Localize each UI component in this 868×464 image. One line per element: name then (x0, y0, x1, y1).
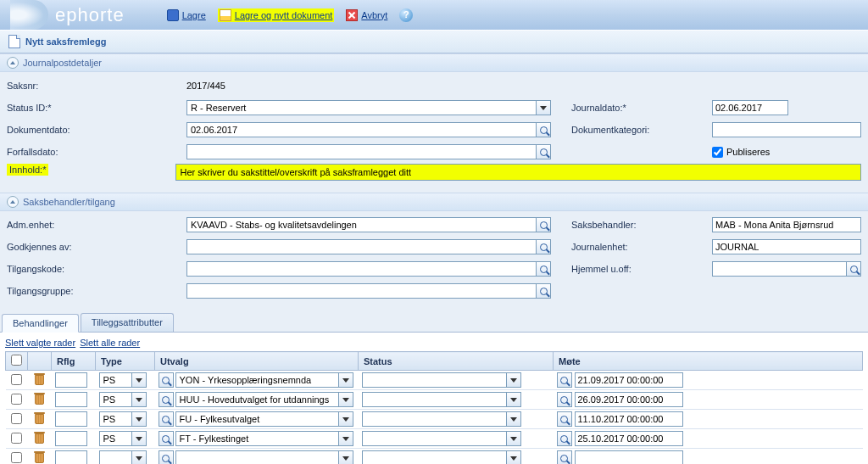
mote-value[interactable]: 26.09.2017 00:00:00 (575, 392, 683, 407)
utvalg-dropdown-button[interactable] (338, 450, 353, 464)
utvalg-lookup-button[interactable] (159, 450, 174, 464)
type-dropdown-button[interactable] (131, 450, 147, 464)
mote-value[interactable] (575, 450, 683, 464)
rflg-input[interactable] (55, 431, 87, 446)
trash-icon[interactable] (34, 412, 45, 424)
mote-lookup-button[interactable] (557, 431, 572, 446)
mote-lookup-button[interactable] (557, 450, 572, 464)
tab-tillegg[interactable]: Tilleggsattributter (81, 313, 174, 332)
status-dropdown-button[interactable] (506, 411, 521, 427)
row-select-checkbox[interactable] (11, 413, 22, 424)
forfall-lookup-button[interactable] (536, 144, 551, 159)
admenhet-lookup-button[interactable] (536, 217, 551, 232)
brand-swirl (10, 0, 48, 30)
journalenhet-input[interactable] (712, 239, 861, 254)
mote-value[interactable]: 25.10.2017 00:00:00 (575, 431, 683, 446)
rflg-input[interactable] (55, 372, 87, 388)
row-select-checkbox[interactable] (11, 452, 22, 463)
row-select-checkbox[interactable] (11, 394, 22, 405)
grid-area: Slett valgte rader Slett alle rader Rflg… (0, 333, 868, 464)
status-select[interactable] (362, 450, 506, 464)
utvalg-dropdown-button[interactable] (338, 411, 353, 427)
utvalg-lookup-button[interactable] (159, 411, 174, 427)
status-dropdown-button[interactable] (506, 392, 521, 407)
type-dropdown-button[interactable] (131, 372, 147, 388)
hjemmel-lookup-button[interactable] (846, 261, 861, 277)
mote-lookup-button[interactable] (557, 372, 572, 388)
saksbehandler-input[interactable] (712, 217, 861, 232)
trash-icon[interactable] (34, 451, 45, 463)
status-id-dropdown-button[interactable] (536, 100, 551, 115)
trash-icon[interactable] (34, 373, 45, 385)
dokkat-input[interactable] (712, 122, 861, 137)
utvalg-select[interactable]: HUU - Hovedutvalget for utdannings (175, 392, 338, 407)
type-select[interactable]: PS (99, 411, 131, 427)
utvalg-select[interactable]: YON - Yrkesopplæringsnemnda (175, 372, 338, 388)
godkjennes-input[interactable] (186, 239, 536, 254)
mote-value[interactable]: 11.10.2017 00:00:00 (575, 411, 683, 427)
godkjennes-lookup-button[interactable] (536, 239, 551, 254)
utvalg-dropdown-button[interactable] (338, 431, 353, 446)
section-journal-header[interactable]: Journalpostdetaljer (0, 53, 868, 72)
journaldato-input[interactable] (712, 100, 788, 115)
status-select[interactable] (362, 372, 506, 388)
utvalg-lookup-button[interactable] (159, 372, 174, 388)
status-select[interactable] (362, 392, 506, 407)
chevron-up-icon (7, 57, 19, 69)
rflg-input[interactable] (55, 450, 87, 464)
cancel-button[interactable]: Avbryt (346, 9, 387, 21)
mote-value[interactable]: 21.09.2017 00:00:00 (575, 372, 683, 388)
mote-lookup-button[interactable] (557, 392, 572, 407)
status-dropdown-button[interactable] (506, 450, 521, 464)
status-select[interactable] (362, 411, 506, 427)
type-select[interactable]: PS (99, 392, 131, 407)
dokdato-input[interactable]: 02.06.2017 (186, 122, 536, 137)
rflg-input[interactable] (55, 411, 87, 427)
section-access-header[interactable]: Saksbehandler/tilgang (0, 193, 868, 211)
save-new-button[interactable]: Lagre og nytt dokument (218, 8, 335, 22)
publiseres-checkbox[interactable] (712, 147, 723, 158)
utvalg-select[interactable]: FU - Fylkesutvalget (175, 411, 338, 427)
tilgangsgruppe-input[interactable] (186, 283, 536, 299)
chevron-down-icon (510, 398, 517, 402)
innhold-input[interactable] (175, 164, 861, 181)
tilgangskode-input[interactable] (186, 261, 536, 277)
trash-icon[interactable] (34, 393, 45, 405)
utvalg-dropdown-button[interactable] (338, 392, 353, 407)
mote-lookup-button[interactable] (557, 411, 572, 427)
type-dropdown-button[interactable] (131, 431, 147, 446)
label-tilgangsgruppe: Tilgangsgruppe: (7, 286, 186, 296)
rflg-input[interactable] (55, 392, 87, 407)
label-tilgangskode: Tilgangskode: (7, 264, 186, 274)
type-select[interactable]: PS (99, 431, 131, 446)
utvalg-select[interactable]: FT - Fylkestinget (175, 431, 338, 446)
type-select[interactable]: PS (99, 372, 131, 388)
utvalg-select[interactable] (175, 450, 338, 464)
save-button[interactable]: Lagre (167, 9, 206, 21)
link-delete-selected[interactable]: Slett valgte rader (5, 338, 75, 348)
hjemmel-input[interactable] (712, 261, 846, 277)
status-dropdown-button[interactable] (506, 372, 521, 388)
tilgangskode-lookup-button[interactable] (536, 261, 551, 277)
status-select[interactable] (362, 431, 506, 446)
status-id-select[interactable]: R - Reservert (186, 100, 536, 115)
link-delete-all[interactable]: Slett alle rader (80, 338, 140, 348)
trash-icon[interactable] (34, 432, 45, 444)
row-select-checkbox[interactable] (11, 374, 22, 385)
row-select-checkbox[interactable] (11, 433, 22, 444)
utvalg-lookup-button[interactable] (159, 431, 174, 446)
forfall-input[interactable] (186, 144, 536, 159)
type-select[interactable] (99, 450, 131, 464)
tab-behandlinger[interactable]: Behandlinger (2, 314, 79, 333)
dokdato-lookup-button[interactable] (536, 122, 551, 137)
utvalg-lookup-button[interactable] (159, 392, 174, 407)
status-dropdown-button[interactable] (506, 431, 521, 446)
type-dropdown-button[interactable] (131, 392, 147, 407)
select-all-checkbox[interactable] (11, 355, 22, 366)
utvalg-dropdown-button[interactable] (338, 372, 353, 388)
col-mote: Møte (554, 352, 863, 371)
tilgangsgruppe-lookup-button[interactable] (536, 283, 551, 299)
help-icon[interactable]: ? (399, 8, 413, 22)
type-dropdown-button[interactable] (131, 411, 147, 427)
admenhet-input[interactable]: KVAAVD - Stabs- og kvalitetsavdelingen (186, 217, 536, 232)
